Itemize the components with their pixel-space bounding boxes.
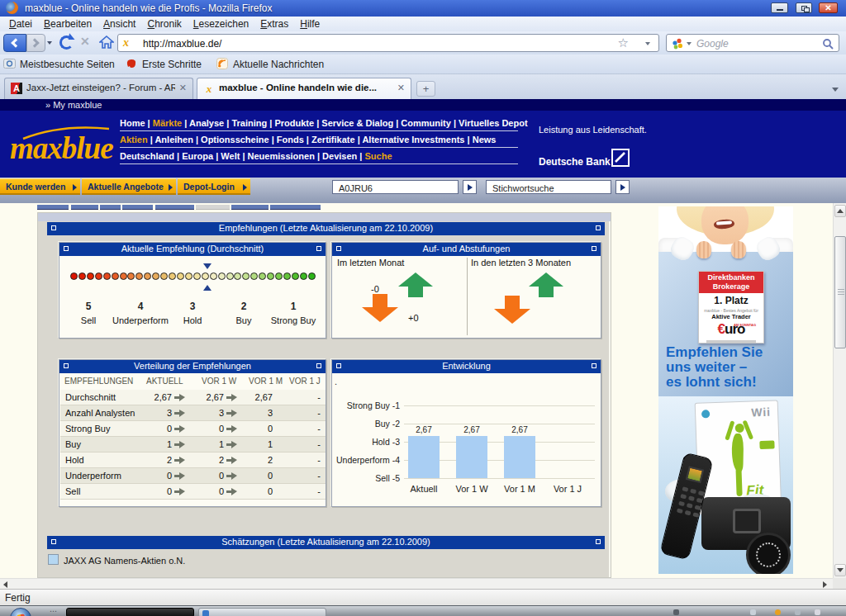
site-nav-zertifikate[interactable]: Zertifikate [311, 135, 355, 145]
scroll-left-button[interactable] [3, 581, 7, 588]
status-text: Fertig [5, 592, 31, 604]
menu-chronik[interactable]: Chronik [141, 17, 187, 30]
menu-datei[interactable]: Datei [3, 17, 38, 30]
frame-tab[interactable] [122, 205, 153, 210]
frame-tab[interactable] [231, 205, 269, 210]
site-nav-service-dialog[interactable]: Service & Dialog [321, 118, 393, 128]
gauge-dot [95, 272, 102, 280]
site-nav-neuemissionen[interactable]: Neuemissionen [248, 151, 315, 161]
scroll-right-button[interactable] [823, 581, 827, 588]
upgrade-arrow-icon [529, 272, 563, 297]
y-axis-label: Underperform -4 [329, 455, 400, 465]
horizontal-scrollbar[interactable] [0, 578, 833, 589]
frame-tab[interactable] [71, 205, 98, 210]
tray-icon[interactable] [673, 609, 679, 615]
url-bar[interactable]: x http://maxblue.de/ ☆ [117, 34, 659, 52]
search-box[interactable]: Google [666, 34, 839, 52]
bookmark-most-visited[interactable]: Meistbesuchte Seiten [3, 58, 16, 71]
list-all-tabs-button[interactable] [828, 81, 843, 97]
cell-value: 2,67 [174, 392, 224, 402]
frame-tab[interactable] [270, 205, 321, 210]
minimize-button[interactable] [771, 2, 788, 13]
history-dropdown-icon[interactable] [47, 41, 52, 45]
menu-ansicht[interactable]: Ansicht [97, 17, 141, 30]
tab-maxblue[interactable]: x maxblue - Online handeln wie die... ✕ [197, 78, 411, 99]
site-nav-home[interactable]: Home [120, 118, 145, 128]
forward-button[interactable] [26, 34, 45, 52]
maxblue-logo[interactable]: maxblue [10, 130, 113, 166]
tray-icon[interactable] [795, 609, 801, 615]
close-button[interactable]: ✕ [819, 2, 838, 13]
wkn-go-button[interactable] [463, 180, 477, 194]
wkn-search-input[interactable] [332, 180, 459, 194]
site-nav-suche[interactable]: Suche [364, 151, 392, 161]
bookmark-erste-schritte[interactable]: Erste Schritte [126, 58, 137, 71]
site-nav-analyse[interactable]: Analyse [189, 118, 224, 128]
site-nav-optionsscheine[interactable]: Optionsscheine [201, 135, 269, 145]
stop-button[interactable]: ✕ [80, 35, 90, 48]
url-text[interactable]: http://maxblue.de/ [143, 38, 221, 50]
vertical-scrollbar[interactable] [833, 203, 846, 578]
advertisement[interactable]: DirektbankenBrokerage 1. Platz maxblue -… [658, 206, 793, 574]
site-nav-alternative-investments[interactable]: Alternative Investments [362, 135, 464, 145]
home-button[interactable] [99, 36, 114, 49]
frame-tab[interactable] [196, 205, 230, 210]
site-nav-community[interactable]: Community [401, 118, 451, 128]
bookmark-aktuelle-nachrichten[interactable]: Aktuelle Nachrichten [216, 58, 228, 71]
action-kunde-werden[interactable]: Kunde werden [0, 178, 80, 195]
menu-bearbeiten[interactable]: Bearbeiten [38, 17, 97, 30]
site-nav-europa[interactable]: Europa [182, 151, 213, 161]
site-nav-fonds[interactable]: Fonds [277, 135, 304, 145]
gauge-dot [193, 272, 201, 280]
tab-close-icon[interactable]: ✕ [397, 83, 405, 93]
site-nav-produkte[interactable]: Produkte [274, 118, 314, 128]
search-placeholder[interactable]: Google [696, 38, 729, 50]
menu-hilfe[interactable]: Hilfe [294, 17, 326, 30]
taskbar-app-button[interactable] [198, 608, 326, 616]
site-nav-welt[interactable]: Welt [221, 151, 240, 161]
site-nav-anleihen[interactable]: Anleihen [154, 135, 192, 145]
search-magnifier-icon[interactable] [822, 38, 834, 50]
scrollbar-thumb[interactable] [834, 236, 846, 348]
new-tab-button[interactable]: + [416, 81, 435, 97]
row-label: Underperform [65, 471, 121, 481]
site-nav-devisen[interactable]: Devisen [322, 151, 357, 161]
maximize-button[interactable] [796, 2, 812, 13]
frame-tab[interactable] [100, 205, 121, 210]
verteilung-panel: Verteilung der Empfehlungen EMPFEHLUNGEN… [59, 359, 326, 507]
tab-close-icon[interactable]: ✕ [179, 83, 187, 93]
scroll-up-button[interactable] [834, 205, 846, 217]
menu-extras[interactable]: Extras [254, 17, 294, 30]
site-nav-training[interactable]: Training [231, 118, 267, 128]
scroll-down-button[interactable] [834, 564, 846, 576]
site-nav-märkte[interactable]: Märkte [153, 118, 182, 128]
frame-tab[interactable] [37, 205, 69, 210]
tab-jaxx-forum[interactable]: A Jaxx-Jetzt einsteigen? - Forum - ARI..… [4, 78, 193, 99]
url-dropdown-icon[interactable] [645, 42, 650, 45]
action-depot-login[interactable]: Depot-Login [178, 178, 250, 195]
tray-icon[interactable] [750, 609, 756, 615]
action-aktuelle-angebote[interactable]: Aktuelle Angebote [82, 178, 176, 195]
start-button[interactable] [10, 608, 31, 616]
search-engine-dropdown-icon[interactable] [687, 42, 692, 45]
cell-value: - [271, 408, 321, 418]
back-button[interactable] [3, 34, 26, 52]
divider [467, 258, 468, 335]
gauge-marker-icon [203, 263, 212, 269]
tray-icon[interactable] [775, 609, 781, 615]
gauge-dot [70, 272, 78, 280]
bookmark-star-icon[interactable]: ☆ [618, 36, 629, 50]
reload-button[interactable] [59, 36, 74, 50]
site-nav-news[interactable]: News [473, 135, 497, 145]
my-maxblue-link[interactable]: » My maxblue [45, 100, 102, 110]
keyword-go-button[interactable] [615, 180, 630, 194]
keyword-search-input[interactable] [486, 180, 611, 194]
scale-number: 4 [124, 301, 157, 312]
taskbar-app-button[interactable] [66, 608, 194, 616]
frame-tab[interactable] [155, 205, 194, 210]
menu-lesezeichen[interactable]: Lesezeichen [188, 17, 254, 30]
site-nav-virtuelles-depot[interactable]: Virtuelles Depot [459, 118, 528, 128]
site-nav-aktien[interactable]: Aktien [120, 135, 148, 145]
site-nav-deutschland[interactable]: Deutschland [120, 151, 174, 161]
tray-icon[interactable] [815, 609, 820, 615]
